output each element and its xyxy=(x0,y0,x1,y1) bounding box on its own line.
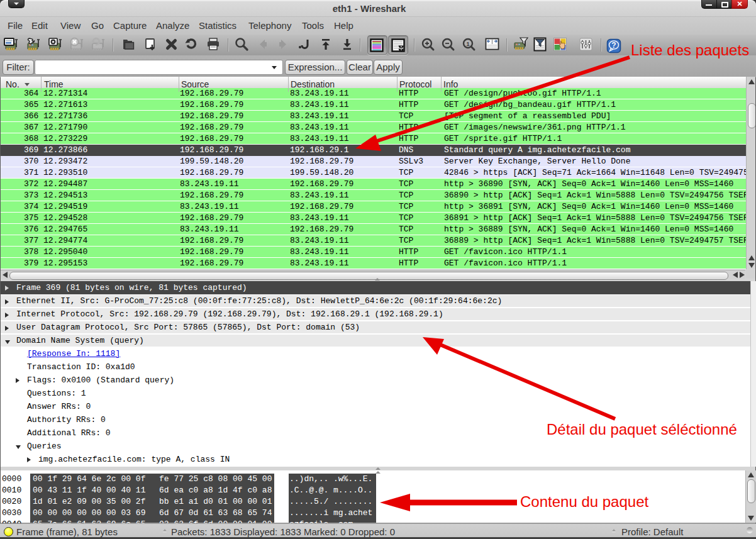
svg-text:?: ? xyxy=(611,41,616,50)
svg-text:1: 1 xyxy=(466,41,469,47)
